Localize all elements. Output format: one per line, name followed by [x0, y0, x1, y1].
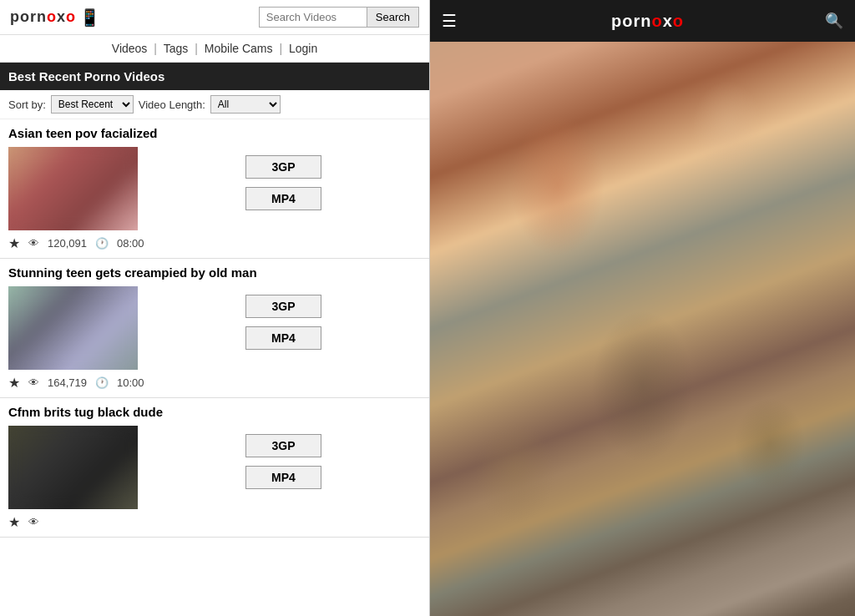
star-icon[interactable]: ★ — [8, 514, 20, 530]
sort-label: Sort by: — [8, 98, 46, 111]
video-title[interactable]: Cfnm brits tug black dude — [8, 405, 421, 419]
site-header: pornoxo 📱 Search — [0, 0, 429, 35]
duration: 10:00 — [117, 376, 144, 389]
search-area: Search — [259, 7, 419, 28]
video-meta: ★ 👁 164,719 🕐 10:00 — [8, 370, 421, 391]
format-btn-mp4[interactable]: MP4 — [245, 466, 321, 489]
video-title[interactable]: Asian teen pov facialized — [8, 126, 421, 140]
eye-icon: 👁 — [28, 516, 39, 528]
mobile-header: ☰ pornoxo 🔍 — [430, 0, 855, 42]
search-button[interactable]: Search — [367, 7, 419, 28]
nav-mobile-cams[interactable]: Mobile Cams — [205, 42, 273, 55]
sort-bar: Sort by: Best Recent Most Viewed Top Rat… — [0, 90, 429, 119]
format-btn-mp4[interactable]: MP4 — [245, 326, 321, 350]
video-buttons: 3GPMP4 — [146, 426, 421, 489]
length-select[interactable]: All 0-10 min 10-20 min 20+ min — [210, 95, 281, 114]
video-meta: ★ 👁 — [8, 509, 421, 530]
mobile-logo[interactable]: pornoxo — [470, 12, 825, 31]
video-buttons: 3GPMP4 — [146, 147, 421, 210]
star-icon[interactable]: ★ — [8, 375, 20, 391]
duration: 08:00 — [117, 237, 144, 250]
search-input[interactable] — [259, 7, 367, 28]
video-thumbnail[interactable] — [8, 147, 138, 230]
view-count: 120,091 — [48, 237, 87, 250]
format-btn-mp4[interactable]: MP4 — [245, 187, 321, 210]
length-label: Video Length: — [139, 98, 205, 111]
sort-select[interactable]: Best Recent Most Viewed Top Rated Newest — [51, 95, 134, 114]
clock-icon: 🕐 — [95, 237, 109, 250]
video-item: Cfnm brits tug black dude 3GPMP4 ★ 👁 — [0, 398, 429, 538]
nav-bar: Videos | Tags | Mobile Cams | Login — [0, 35, 429, 63]
video-content: 3GPMP4 — [8, 147, 421, 230]
nav-tags[interactable]: Tags — [164, 42, 189, 55]
video-content: 3GPMP4 — [8, 286, 421, 370]
video-content: 3GPMP4 — [8, 426, 421, 509]
nav-login[interactable]: Login — [289, 42, 317, 55]
nav-videos[interactable]: Videos — [112, 42, 148, 55]
logo-icon: 📱 — [79, 8, 101, 28]
mobile-content — [430, 42, 855, 616]
view-count: 164,719 — [48, 376, 87, 389]
eye-icon: 👁 — [28, 376, 39, 389]
star-icon[interactable]: ★ — [8, 235, 20, 251]
mobile-search-icon[interactable]: 🔍 — [825, 12, 843, 30]
mobile-overlay — [430, 42, 855, 616]
format-btn-3gp[interactable]: 3GP — [245, 434, 321, 457]
clock-icon: 🕐 — [95, 376, 109, 389]
video-meta: ★ 👁 120,091 🕐 08:00 — [8, 230, 421, 251]
video-buttons: 3GPMP4 — [146, 286, 421, 350]
hamburger-icon[interactable]: ☰ — [442, 11, 457, 31]
site-logo[interactable]: pornoxo 📱 — [10, 8, 101, 28]
format-btn-3gp[interactable]: 3GP — [245, 155, 321, 179]
eye-icon: 👁 — [28, 237, 39, 250]
format-btn-3gp[interactable]: 3GP — [245, 295, 321, 318]
right-panel: ☰ pornoxo 🔍 — [430, 0, 855, 616]
video-thumbnail[interactable] — [8, 286, 138, 370]
video-title[interactable]: Stunning teen gets creampied by old man — [8, 265, 421, 280]
left-panel: pornoxo 📱 Search Videos | Tags | Mobile … — [0, 0, 430, 616]
section-title: Best Recent Porno Videos — [0, 63, 429, 90]
videos-list: Asian teen pov facialized 3GPMP4 ★ 👁 120… — [0, 119, 429, 616]
video-item: Asian teen pov facialized 3GPMP4 ★ 👁 120… — [0, 119, 429, 259]
video-thumbnail[interactable] — [8, 426, 138, 509]
video-item: Stunning teen gets creampied by old man … — [0, 259, 429, 398]
